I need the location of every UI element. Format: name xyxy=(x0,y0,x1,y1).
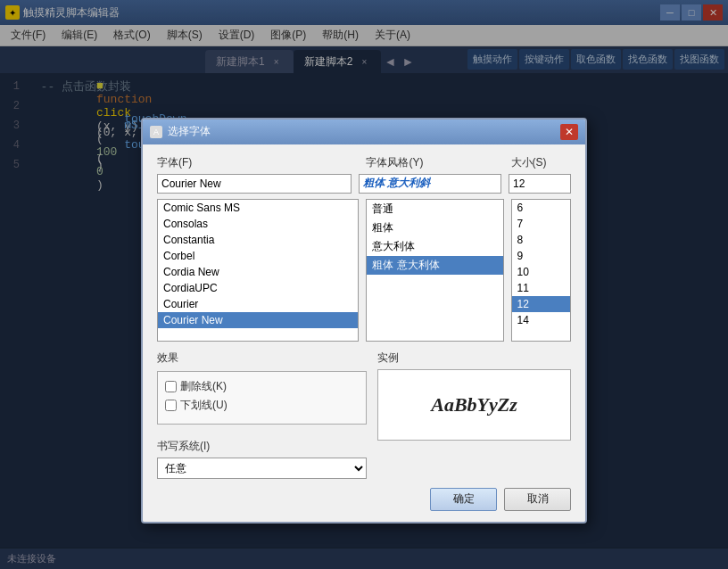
input-row xyxy=(157,174,571,194)
effects-border: 删除线(K) 下划线(U) xyxy=(157,371,367,425)
dialog-body: 字体(F) 字体风格(Y) 大小(S) Comic Sans MS xyxy=(143,144,585,522)
underline-label: 下划线(U) xyxy=(180,398,228,413)
font-item-courier-new[interactable]: Courier New xyxy=(158,312,358,328)
font-list[interactable]: Comic Sans MS Consolas Constantia Corbel… xyxy=(158,200,358,341)
font-name-input[interactable] xyxy=(157,174,352,194)
font-item-cordiaupc[interactable]: CordiaUPC xyxy=(158,280,358,296)
lists-row: Comic Sans MS Consolas Constantia Corbel… xyxy=(157,199,571,342)
script-select[interactable]: 任意 xyxy=(157,458,367,479)
col-header-font: 字体(F) xyxy=(157,155,359,170)
font-dialog: A 选择字体 ✕ 字体(F) 字体风格(Y) 大小(S) xyxy=(141,118,587,524)
font-item-cordia-new[interactable]: Cordia New xyxy=(158,264,358,280)
font-style-input[interactable] xyxy=(359,174,501,194)
preview-box: 实例 AaBbYyZz xyxy=(377,350,571,479)
style-item-italic[interactable]: 意大利体 xyxy=(367,237,502,256)
cancel-button[interactable]: 取消 xyxy=(504,488,571,511)
style-item-bold-italic[interactable]: 粗体 意大利体 xyxy=(367,256,502,275)
effects-title: 效果 xyxy=(157,350,367,366)
font-item-courier[interactable]: Courier xyxy=(158,296,358,312)
button-row: 确定 取消 xyxy=(157,488,571,511)
ok-button[interactable]: 确定 xyxy=(430,488,497,511)
font-item-constantia[interactable]: Constantia xyxy=(158,232,358,248)
underline-checkbox[interactable] xyxy=(165,400,177,411)
strikethrough-label: 删除线(K) xyxy=(180,379,227,394)
font-list-container: Comic Sans MS Consolas Constantia Corbel… xyxy=(157,199,359,342)
font-item-comic[interactable]: Comic Sans MS xyxy=(158,200,358,216)
preview-area: AaBbYyZz xyxy=(377,369,571,441)
strikethrough-row: 删除线(K) xyxy=(165,379,359,394)
size-item-10[interactable]: 10 xyxy=(512,264,570,280)
preview-title: 实例 xyxy=(377,350,571,366)
dialog-title-bar: A 选择字体 ✕ xyxy=(143,120,585,144)
size-item-8[interactable]: 8 xyxy=(512,232,570,248)
dialog-close-button[interactable]: ✕ xyxy=(560,124,578,140)
style-list-container: 普通 粗体 意大利体 粗体 意大利体 xyxy=(366,199,503,342)
column-headers: 字体(F) 字体风格(Y) 大小(S) xyxy=(157,155,571,170)
font-item-corbel[interactable]: Corbel xyxy=(158,248,358,264)
dialog-title-left: A 选择字体 xyxy=(150,124,211,139)
dialog-icon: A xyxy=(150,126,162,138)
script-title: 书写系统(I) xyxy=(157,439,367,454)
size-item-14[interactable]: 14 xyxy=(512,312,570,328)
app-window: ✦ 触摸精灵脚本编辑器 ─ □ ✕ 文件(F) 编辑(E) 格式(O) 脚本(S… xyxy=(0,0,728,569)
bottom-section: 效果 删除线(K) 下划线(U) xyxy=(157,350,571,479)
script-box: 书写系统(I) 任意 xyxy=(157,439,367,479)
preview-text: AaBbYyZz xyxy=(431,393,517,416)
col-header-size: 大小(S) xyxy=(511,155,571,170)
size-item-7[interactable]: 7 xyxy=(512,216,570,232)
col-header-style: 字体风格(Y) xyxy=(366,155,503,170)
effects-box: 效果 删除线(K) 下划线(U) xyxy=(157,350,367,425)
style-list[interactable]: 普通 粗体 意大利体 粗体 意大利体 xyxy=(367,200,502,341)
style-item-bold[interactable]: 粗体 xyxy=(367,219,502,237)
dialog-overlay: A 选择字体 ✕ 字体(F) 字体风格(Y) 大小(S) xyxy=(0,0,728,569)
font-item-consolas[interactable]: Consolas xyxy=(158,216,358,232)
underline-row: 下划线(U) xyxy=(165,398,359,413)
strikethrough-checkbox[interactable] xyxy=(165,381,177,392)
size-item-9[interactable]: 9 xyxy=(512,248,570,264)
size-item-6[interactable]: 6 xyxy=(512,200,570,216)
size-item-12[interactable]: 12 xyxy=(512,296,570,312)
font-size-input[interactable] xyxy=(509,174,571,194)
style-item-normal[interactable]: 普通 xyxy=(367,200,502,219)
left-bottom: 效果 删除线(K) 下划线(U) xyxy=(157,350,367,479)
size-list[interactable]: 6 7 8 9 10 11 12 14 xyxy=(512,200,570,341)
size-list-container: 6 7 8 9 10 11 12 14 xyxy=(511,199,571,342)
size-item-11[interactable]: 11 xyxy=(512,280,570,296)
dialog-title: 选择字体 xyxy=(168,124,211,139)
